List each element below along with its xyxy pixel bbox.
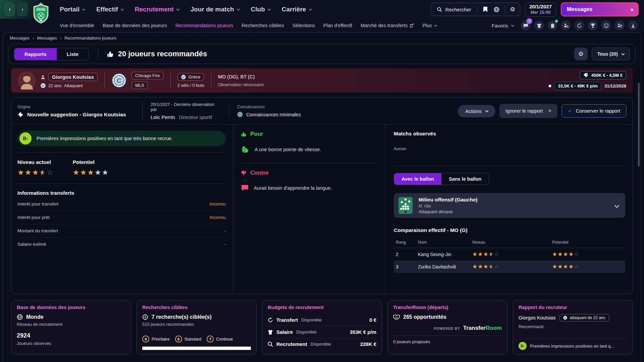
forward-button[interactable]: › bbox=[17, 3, 28, 16]
transfer-fee-value: - bbox=[224, 228, 226, 233]
tab-liste[interactable]: Liste bbox=[57, 48, 89, 60]
view-toggle: Rapports Liste bbox=[14, 48, 89, 60]
football-icon bbox=[563, 316, 567, 320]
nav-effectif[interactable]: Effectif bbox=[96, 6, 123, 13]
nav-portail[interactable]: Portail bbox=[60, 6, 85, 13]
ball-toggle: Avec le ballon Sans le ballon bbox=[394, 173, 489, 185]
tab-avec-le-ballon[interactable]: Avec le ballon bbox=[394, 173, 441, 185]
player-name-cell: Kang Seong-Jin bbox=[418, 252, 472, 257]
player-name[interactable]: Giorgos Koutsias bbox=[48, 73, 98, 81]
chevron-down-icon bbox=[236, 7, 240, 11]
check-icon: ✓ bbox=[568, 108, 572, 114]
table-row[interactable]: 3 Zuriko Davitashvili ★★★★☆ ★★★★☆ bbox=[394, 260, 625, 273]
card-focused-searches[interactable]: Recherches ciblées 7 recherche(s) ciblée… bbox=[137, 300, 257, 355]
notes-button[interactable] bbox=[614, 20, 625, 31]
loan-interest-row: Intérêt pour prêt Inconnu bbox=[17, 211, 226, 224]
ignore-report-button[interactable]: Ignorer le rapport × bbox=[499, 104, 557, 118]
club-crest-chicago-fire[interactable]: C bbox=[111, 73, 127, 88]
inbox-chat-button[interactable]: 7 bbox=[521, 20, 531, 31]
transfer-interest-value: Inconnu bbox=[210, 201, 226, 206]
messages-button[interactable]: Messages » bbox=[561, 2, 639, 16]
origin-row: Origine Nouvelle suggestion - Giorgos Ko… bbox=[11, 98, 633, 124]
nav-recrutement[interactable]: Recrutement bbox=[135, 6, 179, 13]
subnav-recommandations-joueurs[interactable]: Recommandations joueurs bbox=[175, 23, 233, 28]
comparison-header: Rang Nom Niveau Potentiel bbox=[394, 238, 625, 248]
player-name-cell: Zuriko Davitashvili bbox=[418, 264, 472, 269]
subnav-base-de-donnees[interactable]: Base de données des joueurs bbox=[103, 23, 167, 28]
subnav-vue-densemble[interactable]: Vue d'ensemble bbox=[60, 23, 94, 28]
globe-icon[interactable] bbox=[494, 7, 499, 12]
chevron-down-icon bbox=[176, 7, 179, 11]
card-title: TransferRoom (départs) bbox=[393, 305, 502, 310]
actions-dropdown[interactable]: Actions bbox=[458, 105, 495, 117]
scout-grade-banner: B- Premières impressions positives en ta… bbox=[17, 131, 226, 146]
card-transferroom[interactable]: TransferRoom (départs) 265 opportunités … bbox=[387, 300, 507, 355]
nav-jour-de-match[interactable]: Jour de match bbox=[191, 6, 239, 13]
subnav-selections[interactable]: Sélections bbox=[292, 23, 315, 28]
tab-rapports[interactable]: Rapports bbox=[14, 48, 57, 60]
subnav-plan-deffectif[interactable]: Plan d'effectif bbox=[323, 23, 352, 28]
trophy-icon bbox=[590, 23, 595, 28]
game-date[interactable]: 20/1/2027 Mer 15:00 bbox=[525, 2, 556, 17]
scouting-button[interactable] bbox=[561, 20, 571, 31]
league-name[interactable]: MLS bbox=[131, 81, 148, 89]
main-nav: Portail Effectif Recrutement Jour de mat… bbox=[60, 6, 312, 13]
transfer-value-chip[interactable]: 450K € - 4,5M € bbox=[580, 71, 626, 79]
chevron-down-icon bbox=[309, 7, 312, 11]
observed-label: Joueurs observés bbox=[17, 341, 125, 346]
training-button[interactable] bbox=[628, 20, 638, 31]
top-bar: ‹ › ASSE Portail Effectif Recrutement Jo… bbox=[0, 0, 644, 19]
standard-badge: 0 Standard bbox=[175, 336, 202, 343]
search-group: Rechercher ⚙ bbox=[431, 3, 521, 16]
bookmark-icon[interactable] bbox=[483, 7, 488, 12]
back-button[interactable]: ‹ bbox=[5, 3, 15, 16]
squad-comparison-title: Comparaison effectif - MO (G) bbox=[394, 227, 625, 233]
club-crest-asse[interactable]: ASSE bbox=[32, 2, 50, 24]
nation-chip[interactable]: Grèce bbox=[177, 73, 204, 81]
subnav-marche-des-transferts[interactable]: Marché des transferts bbox=[361, 23, 414, 28]
keep-report-button[interactable]: ✓ Conserver le rapport bbox=[561, 104, 627, 118]
player-photo[interactable] bbox=[18, 71, 36, 89]
grade-badge: B- bbox=[19, 132, 32, 144]
role-card[interactable]: Milieu offensif (Gauche) M. rôle Attaqua… bbox=[394, 193, 625, 218]
club-name[interactable]: Chicago Fire bbox=[131, 72, 164, 79]
staff-button[interactable] bbox=[601, 20, 611, 31]
chevron-down-icon[interactable] bbox=[614, 203, 619, 208]
wage-chip[interactable]: 33,5K € - 49K € p/m bbox=[554, 82, 601, 90]
filter-dropdown[interactable]: Tous (20) bbox=[592, 48, 630, 60]
tab-sans-le-ballon[interactable]: Sans le ballon bbox=[441, 173, 489, 185]
report-settings-button[interactable]: ⚙ bbox=[574, 48, 588, 60]
subnav-plus[interactable]: Plus bbox=[422, 23, 436, 28]
speech-bubble-icon bbox=[241, 184, 249, 192]
refresh-button[interactable] bbox=[574, 20, 584, 31]
favoris-dropdown[interactable]: Favoris bbox=[492, 23, 514, 28]
table-row[interactable]: 2 Kang Seong-Jin ★★★★☆ ★★★★☆ bbox=[394, 248, 625, 260]
clipboard-button[interactable] bbox=[547, 20, 557, 31]
nav-club[interactable]: Club bbox=[251, 6, 270, 13]
target-icon bbox=[142, 314, 148, 320]
breadcrumb[interactable]: Messages› Messages› Recommandations joue… bbox=[3, 33, 641, 43]
card-recruitment-budgets[interactable]: Budgets de recrutement Transfert Disponi… bbox=[262, 300, 382, 355]
potential-stars: ★★★★☆ bbox=[552, 263, 623, 270]
face-icon bbox=[604, 23, 609, 28]
card-title: Recherches ciblées bbox=[142, 305, 251, 310]
observer-name[interactable]: Loïc Perrin bbox=[151, 114, 175, 120]
subnav-recherches-ciblees[interactable]: Recherches ciblées bbox=[241, 23, 284, 28]
main-panel: Messages› Messages› Recommandations joue… bbox=[3, 32, 641, 362]
last-observation-label: 20/1/2027 - Dernière observation par bbox=[151, 102, 221, 112]
divider bbox=[241, 163, 377, 163]
card-title: Budgets de recrutement bbox=[268, 305, 376, 310]
kit-button[interactable] bbox=[534, 20, 544, 31]
card-scout-report[interactable]: Rapport du recruteur Giorgos Koutsias at… bbox=[513, 300, 633, 355]
network-label: Réseau de recrutement bbox=[17, 322, 125, 327]
divider bbox=[170, 73, 171, 88]
settings-gear-icon[interactable]: ⚙ bbox=[505, 6, 520, 13]
divider bbox=[98, 48, 98, 60]
search-input[interactable]: Rechercher bbox=[431, 7, 478, 12]
nav-carriere[interactable]: Carrière bbox=[282, 6, 312, 13]
player-position: Attaquant bbox=[64, 83, 83, 88]
competitions-button[interactable] bbox=[588, 20, 598, 31]
scrollbar[interactable] bbox=[638, 83, 640, 167]
card-player-database[interactable]: Base de données des joueurs Monde Réseau… bbox=[11, 300, 131, 355]
current-ability-label: Niveau actuel bbox=[17, 159, 54, 165]
